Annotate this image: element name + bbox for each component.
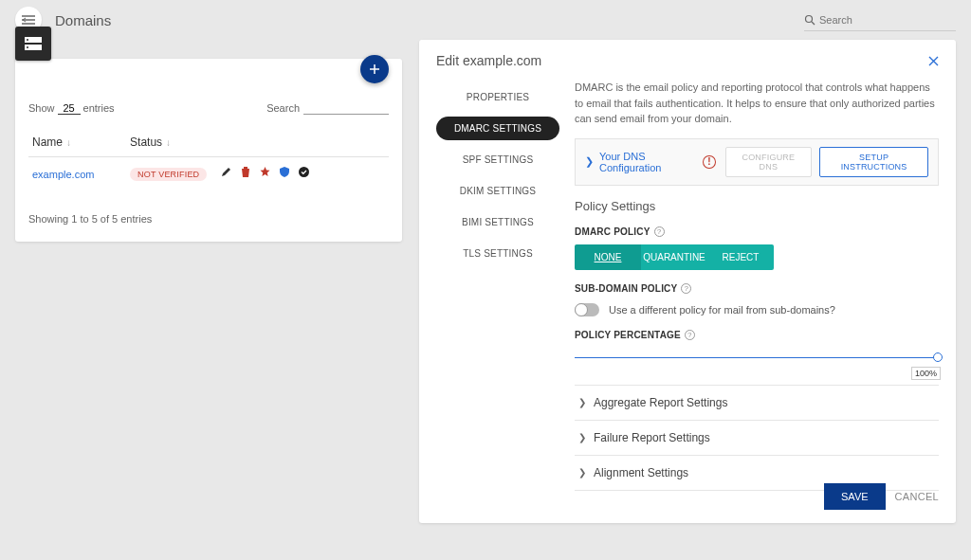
edit-domain-panel: Edit example.com PROPERTIES DMARC SETTIN… bbox=[419, 40, 956, 523]
search-icon bbox=[804, 14, 815, 26]
subdomain-toggle-label: Use a different policy for mail from sub… bbox=[609, 304, 835, 316]
close-icon bbox=[928, 56, 939, 66]
entries-count-input[interactable] bbox=[58, 102, 81, 115]
trash-icon bbox=[241, 167, 250, 177]
svg-point-5 bbox=[27, 46, 28, 48]
subdomain-policy-label: SUB-DOMAIN POLICY ? bbox=[575, 283, 939, 294]
help-icon[interactable]: ? bbox=[654, 226, 665, 237]
configure-dns-button: CONFIGURE DNS bbox=[725, 147, 813, 177]
chevron-right-icon: ❯ bbox=[578, 467, 586, 478]
policy-settings-heading: Policy Settings bbox=[575, 199, 939, 213]
edit-action[interactable] bbox=[221, 167, 231, 177]
favorite-action[interactable] bbox=[260, 167, 270, 177]
policy-none[interactable]: NONE bbox=[575, 244, 641, 270]
slider-value: 100% bbox=[911, 367, 941, 380]
menu-icon bbox=[22, 15, 35, 25]
tab-tls[interactable]: TLS SETTINGS bbox=[436, 242, 559, 265]
tab-dkim[interactable]: DKIM SETTINGS bbox=[436, 179, 559, 203]
dns-config-label: Your DNS Configuration bbox=[599, 151, 703, 173]
svg-point-4 bbox=[27, 39, 28, 41]
help-icon[interactable]: ? bbox=[685, 330, 695, 340]
show-entries-prefix: Show bbox=[28, 102, 55, 114]
cancel-button[interactable]: CANCEL bbox=[895, 483, 939, 510]
svg-point-6 bbox=[299, 167, 309, 177]
col-status-header[interactable]: Status↓ bbox=[126, 128, 389, 157]
setup-instructions-button[interactable]: SETUP INSTRUCTIONS bbox=[819, 147, 928, 177]
svg-line-1 bbox=[812, 22, 815, 25]
help-icon[interactable]: ? bbox=[681, 283, 691, 294]
close-panel-button[interactable] bbox=[928, 56, 939, 66]
check-circle-icon bbox=[299, 167, 309, 177]
domains-table: Name↓ Status↓ example.com NOT VERIFIED bbox=[28, 128, 389, 190]
table-info: Showing 1 to 5 of 5 entries bbox=[28, 213, 389, 225]
pencil-icon bbox=[221, 167, 231, 177]
policy-percentage-label: POLICY PERCENTAGE ? bbox=[575, 330, 939, 340]
dns-config-row[interactable]: ❯ Your DNS Configuration ! CONFIGURE DNS… bbox=[575, 138, 939, 186]
shield-icon bbox=[280, 167, 289, 177]
global-search-input[interactable] bbox=[815, 12, 956, 27]
tab-dmarc[interactable]: DMARC SETTINGS bbox=[436, 117, 559, 140]
tab-properties[interactable]: PROPERTIES bbox=[436, 85, 559, 109]
dmarc-description: DMARC is the email policy and reporting … bbox=[575, 80, 939, 127]
subdomain-policy-toggle[interactable] bbox=[575, 303, 599, 316]
shield-action[interactable] bbox=[280, 167, 289, 177]
global-search[interactable] bbox=[804, 9, 956, 31]
table-row: example.com NOT VERIFIED bbox=[28, 157, 389, 191]
star-icon bbox=[260, 167, 270, 177]
tab-bimi[interactable]: BIMI SETTINGS bbox=[436, 210, 559, 234]
domains-list-tab[interactable] bbox=[15, 27, 51, 61]
chevron-right-icon: ❯ bbox=[585, 155, 594, 168]
col-name-header[interactable]: Name↓ bbox=[28, 128, 126, 157]
delete-action[interactable] bbox=[241, 167, 250, 177]
dmarc-policy-label: DMARC POLICY ? bbox=[575, 226, 939, 237]
chevron-right-icon: ❯ bbox=[578, 432, 586, 443]
domain-name-link[interactable]: example.com bbox=[32, 169, 94, 180]
verify-action[interactable] bbox=[299, 167, 309, 177]
save-button[interactable]: SAVE bbox=[824, 483, 886, 510]
settings-tabs: PROPERTIES DMARC SETTINGS SPF SETTINGS D… bbox=[436, 80, 559, 491]
slider-thumb[interactable] bbox=[933, 352, 943, 362]
page-title: Domains bbox=[55, 12, 111, 28]
policy-reject[interactable]: REJECT bbox=[707, 244, 774, 270]
policy-quarantine[interactable]: QUARANTINE bbox=[641, 244, 707, 270]
server-icon bbox=[25, 37, 42, 50]
chevron-right-icon: ❯ bbox=[578, 397, 586, 407]
alert-icon: ! bbox=[703, 155, 715, 169]
policy-percentage-slider[interactable]: 100% bbox=[575, 357, 939, 358]
accordion-failure[interactable]: ❯Failure Report Settings bbox=[575, 421, 939, 456]
domains-table-card: Show entries Search Name↓ Status↓ bbox=[15, 59, 402, 242]
status-badge: NOT VERIFIED bbox=[130, 168, 207, 181]
table-search-label: Search bbox=[266, 102, 300, 114]
accordion-aggregate[interactable]: ❯Aggregate Report Settings bbox=[575, 385, 939, 421]
plus-icon bbox=[369, 63, 380, 75]
sort-icon: ↓ bbox=[66, 137, 71, 148]
dmarc-policy-segmented: NONE QUARANTINE REJECT bbox=[575, 244, 774, 270]
svg-point-0 bbox=[806, 15, 813, 22]
add-domain-button[interactable] bbox=[360, 55, 389, 83]
sort-icon: ↓ bbox=[166, 137, 171, 148]
show-entries-suffix: entries bbox=[83, 102, 115, 114]
tab-spf[interactable]: SPF SETTINGS bbox=[436, 148, 559, 172]
edit-panel-title: Edit example.com bbox=[436, 53, 541, 68]
table-search-input[interactable] bbox=[303, 102, 389, 115]
